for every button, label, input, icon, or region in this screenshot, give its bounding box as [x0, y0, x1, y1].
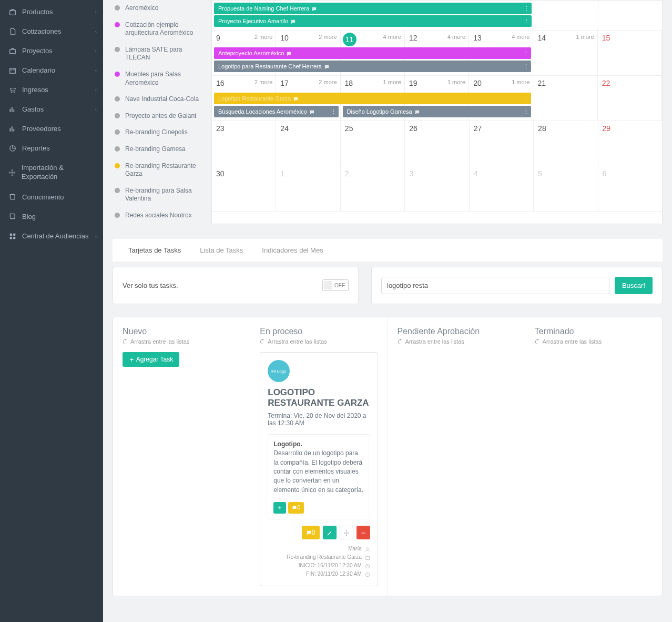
calendar-day[interactable]: 5 [534, 166, 598, 211]
day-number: 18 [343, 78, 355, 88]
nav-conocimiento[interactable]: Conocimiento [0, 187, 103, 207]
project-item[interactable]: Redes sociales Nootrox [113, 207, 201, 224]
day-number: 28 [536, 123, 548, 134]
calendar-day[interactable]: 28 [534, 121, 598, 166]
calendar-day[interactable]: 2 [341, 166, 405, 211]
status-dot [115, 47, 120, 52]
comments-button[interactable]: 0 [302, 526, 320, 539]
nav-productos[interactable]: Productos‹ [0, 2, 103, 22]
project-item[interactable]: Re-branding para Salsa Valentina [113, 183, 201, 207]
day-number: 22 [600, 78, 613, 88]
calendar-day[interactable]: 25 [341, 121, 405, 166]
calendar-day[interactable]: 6 [598, 166, 662, 211]
search-input[interactable] [381, 277, 609, 294]
more-indicator[interactable]: 1 more [576, 34, 594, 40]
nav-gastos[interactable]: Gastos‹ [0, 99, 103, 119]
book-icon [8, 213, 17, 220]
more-indicator[interactable]: 2 more [254, 34, 272, 40]
more-indicator[interactable]: 2 more [319, 79, 337, 85]
column-title: En proceso [260, 327, 378, 336]
task-card[interactable]: Mi LogoLOGOTIPO RESTAURANTE GARZATermina… [260, 352, 378, 586]
more-indicator[interactable]: 2 more [319, 34, 337, 40]
tab-lista-de-tasks[interactable]: Lista de Tasks [190, 239, 252, 262]
nav-ingresos[interactable]: Ingresos‹ [0, 80, 103, 99]
project-name: Re-branding Restaurante Garza [125, 162, 201, 178]
calendar-event[interactable]: Búsqueda Locaciones Aeroméxico⋮ [214, 106, 339, 117]
project-item[interactable]: Lámpara SATE para TLECAN [113, 42, 201, 66]
project-item[interactable]: Proyecto antes de Gaiant [113, 108, 201, 125]
calendar-day[interactable]: 3 [405, 166, 469, 211]
nav-reportes[interactable]: Reportes [0, 138, 103, 158]
calendar-day[interactable]: 15 [598, 31, 662, 75]
user-icon [365, 546, 370, 551]
tab-tarjetas-de-tasks[interactable]: Tarjetas de Tasks [119, 239, 190, 262]
column-title: Nuevo [123, 327, 240, 336]
more-indicator[interactable]: 1 more [512, 79, 530, 85]
grip-icon: ⋮ [523, 106, 529, 117]
calendar-event[interactable]: Diseño Logotipo Gamesa⋮ [343, 106, 532, 117]
add-attachment-chip[interactable] [273, 502, 286, 514]
project-item[interactable]: Cotización ejemplo arquitectura Aeroméxi… [113, 17, 201, 42]
nav-central-de-audiencias[interactable]: Central de Audiencias‹ [0, 226, 103, 247]
nav-label: Central de Audiencias [22, 232, 88, 241]
kanban-board: NuevoArrastra entre las listas Agregar T… [113, 317, 663, 597]
tab-indicadores-del-mes[interactable]: Indicadores del Mes [252, 239, 332, 262]
calendar-day[interactable]: 141 more [533, 31, 597, 75]
calendar-day[interactable]: 22 [598, 76, 662, 121]
project-item[interactable]: Nave Industrial Coca-Cola [113, 91, 201, 108]
search-button[interactable]: Buscar! [615, 277, 653, 294]
column-title: Pendiente Aprobación [398, 327, 515, 336]
calendar-day[interactable]: 29 [598, 121, 662, 166]
nav-proveedores[interactable]: Proveedores [0, 119, 103, 138]
day-number: 30 [214, 168, 227, 179]
day-number: 29 [600, 123, 613, 134]
project-name: Muebles para Salas Aeroméxico [125, 71, 201, 87]
nav-cotizaciones[interactable]: Cotizaciones‹ [0, 22, 103, 41]
calendar-day[interactable]: 26 [405, 121, 469, 166]
calendar-day[interactable]: 30 [212, 166, 276, 211]
delete-button[interactable] [357, 526, 370, 539]
calendar-day[interactable]: 27 [470, 121, 534, 166]
more-indicator[interactable]: 4 more [447, 34, 465, 40]
more-indicator[interactable]: 4 more [383, 34, 401, 40]
own-tasks-toggle[interactable]: OFF [322, 279, 349, 291]
more-indicator[interactable]: 4 more [512, 34, 530, 40]
project-item[interactable]: Re-branding Gamesa [113, 141, 201, 158]
column-hint: Arrastra entre las listas [260, 338, 378, 345]
calendar-day[interactable]: 21 [533, 76, 597, 121]
comments-chip[interactable]: 0 [288, 502, 304, 514]
nav-calendario[interactable]: Calendario‹ [0, 61, 103, 80]
move-button[interactable] [340, 526, 353, 539]
calendar-event[interactable]: Logotipo Restaurante Garza⋮ [214, 93, 531, 104]
calendar-event[interactable]: Logotipo para Restaurante Chef Herrera⋮ [214, 61, 531, 72]
grid-icon [8, 233, 17, 240]
project-item[interactable]: Re-branding Cinepolis [113, 124, 201, 141]
project-name: Redes sociales Nootrox [125, 212, 192, 220]
day-number: 11 [343, 33, 357, 46]
calendar-day[interactable]: 4 [470, 166, 534, 211]
calendar-day[interactable]: 23 [212, 121, 276, 166]
edit-button[interactable] [323, 526, 337, 539]
calendar-event[interactable]: Propuesta de Naming Chef Herrera⋮ [214, 3, 532, 14]
more-indicator[interactable]: 1 more [447, 79, 465, 85]
more-indicator[interactable]: 2 more [254, 79, 272, 85]
project-item[interactable]: Muebles para Salas Aeroméxico [113, 66, 201, 91]
calendar-day[interactable]: 1 [276, 166, 340, 211]
nav-blog[interactable]: Blog [0, 207, 103, 226]
nav-importaci-n-exportaci-n[interactable]: Importación & Exportación [0, 158, 103, 187]
project-list: AeroméxicoCotización ejemplo arquitectur… [113, 0, 201, 224]
project-item[interactable]: Aeroméxico [113, 0, 201, 17]
nav-proyectos[interactable]: Proyectos‹ [0, 41, 103, 61]
svg-rect-5 [10, 237, 12, 239]
chat-icon [292, 504, 297, 512]
calendar-day[interactable]: 24 [276, 121, 340, 166]
chat-icon [309, 108, 315, 115]
calendar-event[interactable]: Proyecto Ejecutivo Amarillo⋮ [214, 15, 532, 27]
add-task-button[interactable]: Agregar Task [123, 352, 179, 367]
project-item[interactable]: Re-branding Restaurante Garza [113, 158, 201, 183]
nav-label: Conocimiento [22, 193, 64, 201]
day-number: 14 [535, 33, 548, 43]
chevron-left-icon: ‹ [95, 233, 97, 240]
more-indicator[interactable]: 1 more [383, 79, 401, 85]
calendar-event[interactable]: Anteproyecto Aeroméxico⋮ [214, 47, 531, 59]
